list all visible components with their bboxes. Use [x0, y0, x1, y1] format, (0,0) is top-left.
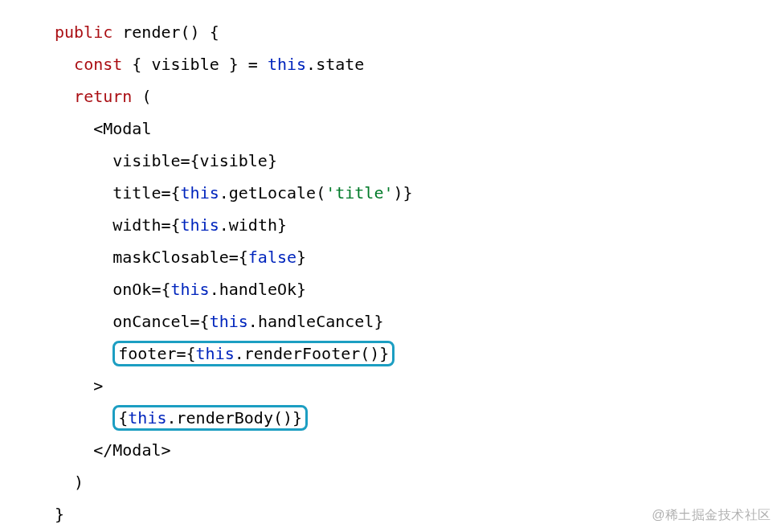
code-token: { visible } =: [122, 55, 268, 74]
code-token: )}: [393, 183, 412, 203]
code-token: title={: [112, 183, 180, 203]
code-token: return: [74, 87, 132, 106]
code-token: render() {: [112, 23, 219, 42]
code-token: </Modal>: [93, 440, 170, 460]
code-token: (: [132, 87, 151, 106]
watermark-text: @稀土掘金技术社区: [652, 507, 771, 524]
code-token: .renderFooter()}: [235, 344, 390, 363]
code-token: false: [248, 248, 296, 267]
code-token: this: [210, 312, 248, 331]
code-token: this: [181, 183, 219, 203]
code-token: this: [128, 408, 166, 428]
code-token: }: [55, 505, 64, 524]
code-token: ): [74, 473, 84, 492]
code-token: .width}: [219, 215, 287, 235]
code-token: visible={visible}: [112, 151, 277, 170]
code-token: footer={: [118, 344, 195, 363]
code-token: public: [55, 23, 112, 42]
highlight-box: footer={this.renderFooter()}: [112, 341, 395, 366]
code-token: .state: [306, 55, 364, 74]
code-token: maskClosable={: [112, 248, 248, 267]
code-token: onCancel={: [112, 312, 209, 331]
highlight-box: {this.renderBody()}: [112, 405, 308, 431]
code-token: .handleOk}: [210, 280, 306, 299]
code-token: this: [171, 280, 210, 299]
code-token: this: [268, 55, 306, 74]
code-token: <Modal: [93, 119, 151, 138]
code-token: const: [74, 55, 122, 74]
code-token: .handleCancel}: [248, 312, 384, 331]
code-token: this: [196, 344, 235, 363]
code-token: width={: [112, 215, 180, 235]
code-token: 'title': [325, 183, 393, 203]
code-token: .getLocale(: [219, 183, 325, 203]
code-token: this: [181, 215, 219, 235]
code-snippet: public render() { const { visible } = th…: [0, 0, 781, 530]
code-token: >: [93, 376, 103, 395]
code-token: }: [296, 248, 306, 267]
code-token: {: [118, 408, 128, 428]
code-token: onOk={: [112, 280, 170, 299]
code-token: .renderBody()}: [166, 408, 302, 428]
